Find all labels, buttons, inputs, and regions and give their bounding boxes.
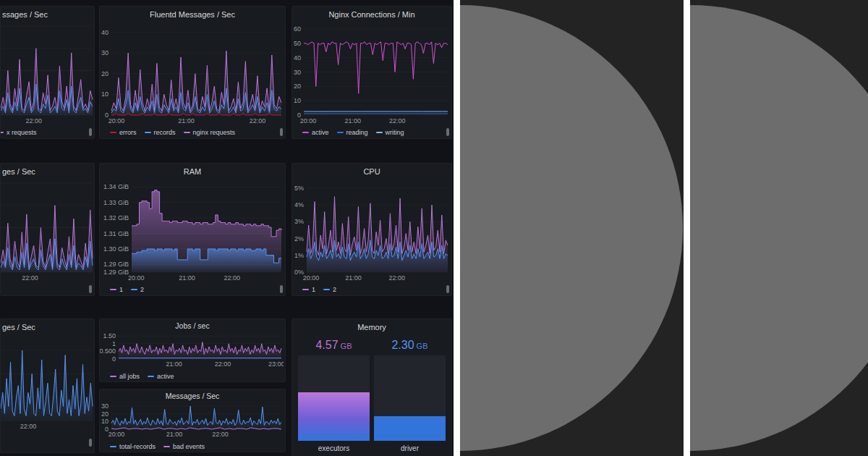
panel-title[interactable]: ges / Sec xyxy=(1,319,94,335)
svg-text:1%: 1% xyxy=(294,252,304,259)
legend-item[interactable]: all jobs xyxy=(110,373,140,380)
messages-per-sec-chart[interactable]: 010203020:0021:0022:00 xyxy=(100,402,284,439)
panel-drag-handle[interactable] xyxy=(89,128,92,136)
panel-drag-handle[interactable] xyxy=(446,128,449,136)
decor-card-1 xyxy=(460,0,684,456)
panel-cpu: CPU 0%1%2%3%4%5%20:0021:0022:00 12 xyxy=(292,163,452,296)
svg-text:21:00: 21:00 xyxy=(344,117,361,124)
svg-text:60: 60 xyxy=(294,25,301,33)
svg-text:22:00: 22:00 xyxy=(215,360,231,368)
svg-text:1.31 GiB: 1.31 GiB xyxy=(103,230,129,237)
panel-drag-handle[interactable] xyxy=(89,285,92,293)
ram-chart[interactable]: 1.34 GiB1.33 GiB1.32 GiB1.31 GiB1.30 GiB… xyxy=(100,180,284,282)
legend-label: active xyxy=(312,129,329,136)
svg-text:22:00: 22:00 xyxy=(25,117,42,124)
svg-text:5%: 5% xyxy=(294,185,304,192)
svg-text:20:00: 20:00 xyxy=(300,117,317,124)
legend-item[interactable]: 2 xyxy=(131,286,144,293)
legend-marker xyxy=(376,132,383,133)
legend-item[interactable]: total-records xyxy=(110,443,156,450)
panel-drag-handle[interactable] xyxy=(280,128,283,136)
legend-item[interactable]: x requests xyxy=(0,129,37,136)
legend-item[interactable]: errors xyxy=(110,129,137,136)
legend-item[interactable]: 1 xyxy=(110,286,123,293)
panel-title[interactable]: ssages / Sec xyxy=(1,7,94,22)
gauge-label-driver: driver xyxy=(374,444,446,452)
svg-text:1.29 GiB: 1.29 GiB xyxy=(103,261,129,268)
panel-title[interactable]: Jobs / sec xyxy=(100,319,285,332)
gauge-label-executors: executors xyxy=(298,444,370,452)
legend: x requests xyxy=(0,129,37,136)
gauge-bar-executors xyxy=(298,355,370,441)
legend-marker xyxy=(323,289,330,290)
panel-title[interactable]: Fluentd Messages / Sec xyxy=(100,7,285,22)
svg-text:22:00: 22:00 xyxy=(224,274,240,282)
gauge-fill-executors xyxy=(298,392,370,441)
svg-text:40: 40 xyxy=(294,54,301,62)
svg-text:30: 30 xyxy=(101,402,109,410)
legend: total-recordsbad events xyxy=(110,443,205,450)
svg-text:0.500: 0.500 xyxy=(100,347,116,355)
panel-title[interactable]: CPU xyxy=(292,164,451,180)
legend-label: writing xyxy=(386,129,404,136)
svg-text:3%: 3% xyxy=(294,218,304,225)
panel-drag-handle[interactable] xyxy=(89,439,92,447)
panel-title[interactable]: Messages / Sec xyxy=(100,389,285,402)
legend-item[interactable]: writing xyxy=(376,129,404,136)
svg-text:20: 20 xyxy=(294,83,301,90)
messages-chart-cut-bottom[interactable]: 22:00 xyxy=(1,335,94,431)
svg-text:22:00: 22:00 xyxy=(20,423,37,430)
legend-item[interactable]: nginx requests xyxy=(184,129,236,136)
decorative-circle-2 xyxy=(690,5,868,451)
panel-drag-handle[interactable] xyxy=(280,285,283,293)
legend-item[interactable]: active xyxy=(148,373,174,380)
legend-item[interactable]: active xyxy=(302,129,329,136)
legend-label: 2 xyxy=(333,286,336,293)
svg-text:1.32 GiB: 1.32 GiB xyxy=(103,214,129,221)
legend-marker xyxy=(110,289,116,290)
svg-text:23:00: 23:00 xyxy=(268,360,284,368)
gauge-executors[interactable]: 4.57GB executors xyxy=(298,337,370,452)
legend-marker xyxy=(302,132,309,133)
fluentd-messages-chart[interactable]: 01020304020:0021:0022:00 xyxy=(100,22,284,125)
panel-nginx-connections: Nginx Connections / Min 010203040506020:… xyxy=(292,6,452,139)
legend-item[interactable]: bad events xyxy=(163,443,205,450)
legend-label: records xyxy=(154,129,176,136)
legend: errorsrecordsnginx requests xyxy=(110,129,235,136)
page: { "theme":{ "bg":"#111217","panel":"#181… xyxy=(0,0,868,456)
panel-drag-handle[interactable] xyxy=(446,285,449,293)
svg-text:22:00: 22:00 xyxy=(250,117,266,124)
gauge-driver[interactable]: 2.30GB driver xyxy=(374,337,446,452)
svg-text:10: 10 xyxy=(101,90,109,98)
legend-item[interactable]: 2 xyxy=(323,286,336,293)
legend-label: x requests xyxy=(7,129,37,136)
cpu-chart[interactable]: 0%1%2%3%4%5%20:0021:0022:00 xyxy=(292,180,450,282)
panel-title[interactable]: RAM xyxy=(100,164,285,180)
legend-item[interactable]: reading xyxy=(337,129,368,136)
legend-item[interactable]: records xyxy=(145,129,176,136)
legend-label: errors xyxy=(119,129,137,136)
svg-text:21:00: 21:00 xyxy=(345,274,362,282)
svg-text:30: 30 xyxy=(294,69,301,76)
svg-text:22:00: 22:00 xyxy=(22,274,38,282)
jobs-chart[interactable]: 00.50011.5021:0022:0023:00 xyxy=(100,332,284,368)
svg-text:1.29 GiB: 1.29 GiB xyxy=(103,269,129,276)
white-divider-1 xyxy=(454,0,460,456)
svg-text:1.50: 1.50 xyxy=(103,332,116,339)
messages-chart-cut-mid[interactable]: 22:00 xyxy=(1,180,94,282)
svg-text:1.34 GiB: 1.34 GiB xyxy=(103,183,129,190)
nginx-connections-chart[interactable]: 010203040506020:0021:0022:00 xyxy=(292,22,450,125)
svg-text:20: 20 xyxy=(101,410,109,418)
svg-text:21:00: 21:00 xyxy=(179,274,195,282)
svg-text:40: 40 xyxy=(101,29,109,36)
legend-item[interactable]: 1 xyxy=(302,286,315,293)
messages-chart-cut-top[interactable]: 22:00 xyxy=(1,22,94,125)
svg-text:22:00: 22:00 xyxy=(389,117,406,124)
panel-title[interactable]: ges / Sec xyxy=(1,164,94,180)
panel-title[interactable]: Memory xyxy=(292,319,451,335)
panel-title[interactable]: Nginx Connections / Min xyxy=(292,7,451,22)
gauge-bar-driver xyxy=(374,355,446,441)
gauge-value-driver: 2.30GB xyxy=(374,337,446,354)
legend: all jobsactive xyxy=(110,373,174,380)
svg-text:1: 1 xyxy=(112,340,116,347)
